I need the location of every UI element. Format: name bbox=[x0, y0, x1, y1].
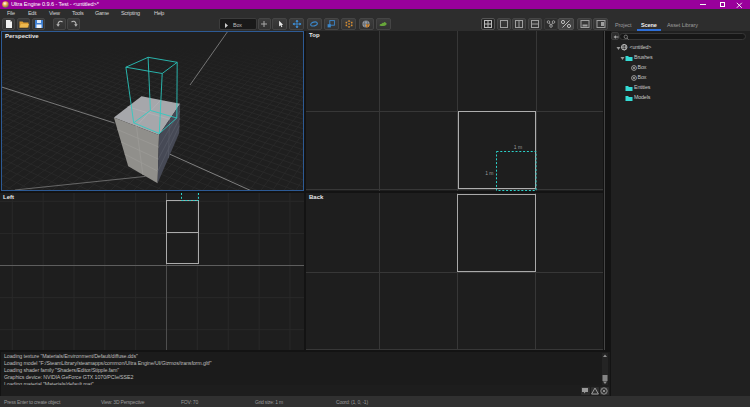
svg-text:1 m: 1 m bbox=[514, 144, 522, 150]
svg-text:1 m: 1 m bbox=[485, 170, 493, 176]
